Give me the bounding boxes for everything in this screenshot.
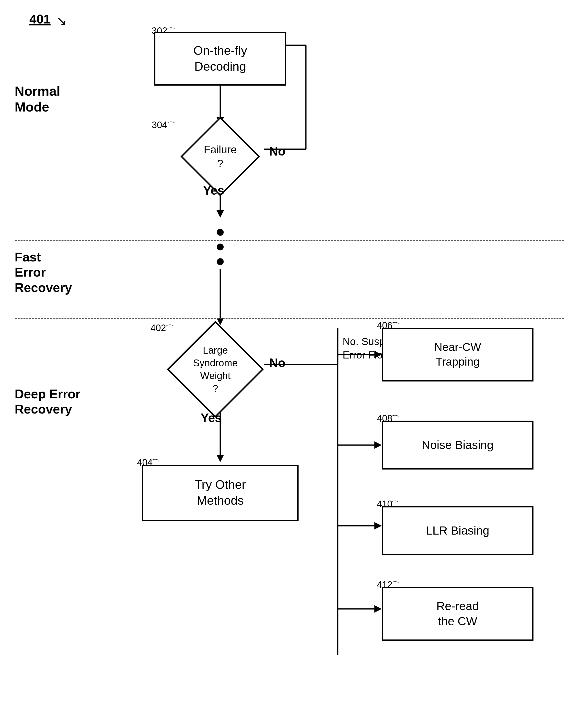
svg-marker-22 [374, 522, 382, 529]
on-the-fly-label: On-the-flyDecoding [193, 43, 247, 75]
syndrome-yes-label: Yes [201, 411, 222, 425]
failure-no-label: No [269, 144, 285, 158]
try-other-label: Try OtherMethods [195, 477, 246, 509]
try-other-box: Try OtherMethods [142, 465, 299, 521]
svg-point-10 [217, 258, 224, 265]
noise-biasing-box: Noise Biasing [382, 421, 533, 470]
llr-biasing-box: LLR Biasing [382, 506, 533, 555]
failure-diamond-container: Failure? [171, 122, 269, 191]
failure-yes-label: Yes [203, 183, 224, 198]
reread-label: Re-readthe CW [436, 599, 479, 629]
figure-label: 401 [29, 12, 51, 26]
svg-marker-14 [217, 455, 224, 462]
large-syndrome-container: LargeSyndromeWeight? [161, 323, 269, 416]
svg-marker-20 [374, 441, 382, 449]
svg-point-9 [217, 243, 224, 251]
noise-biasing-label: Noise Biasing [422, 438, 493, 453]
normal-mode-text: NormalMode [15, 84, 60, 114]
dashed-line-1 [15, 240, 564, 241]
fast-error-label: FastErrorRecovery [15, 250, 72, 295]
figure-arrow: ↘ [56, 14, 67, 28]
near-cw-label: Near-CWTrapping [434, 340, 481, 369]
ref-304: 304 [152, 120, 167, 130]
reread-box: Re-readthe CW [382, 587, 533, 641]
dashed-line-2 [15, 318, 564, 319]
svg-point-8 [217, 229, 224, 236]
on-the-fly-box: On-the-flyDecoding [154, 32, 286, 85]
near-cw-box: Near-CWTrapping [382, 328, 533, 382]
llr-biasing-label: LLR Biasing [426, 523, 489, 538]
normal-mode-label: NormalMode [15, 83, 60, 115]
syndrome-no-label: No [269, 356, 285, 370]
deep-error-label: Deep ErrorRecovery [15, 386, 80, 417]
svg-marker-24 [374, 605, 382, 613]
svg-marker-7 [217, 210, 224, 218]
diagram-container: 401 ↘ 302 ⌒ On-the-flyDecoding NormalMod… [0, 0, 579, 728]
large-syndrome-diamond [167, 321, 264, 418]
